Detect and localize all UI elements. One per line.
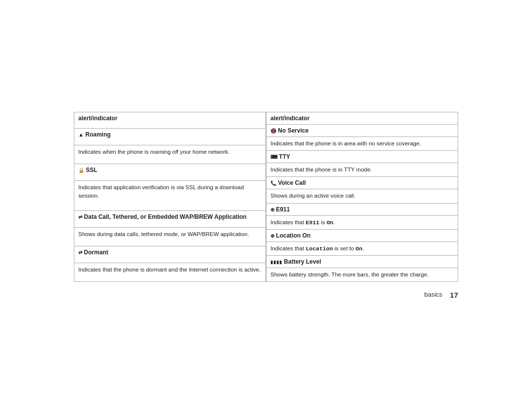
- tty-label: TTY: [279, 153, 290, 160]
- datacall-label: Data Call, Tethered, or Embedded WAP/BRE…: [84, 213, 246, 220]
- roaming-label: Roaming: [85, 131, 110, 138]
- location-icon: ⊕: [270, 233, 274, 239]
- datacall-header: ⇌ Data Call, Tethered, or Embedded WAP/B…: [74, 211, 266, 228]
- noservice-header: 📵 No Service: [266, 124, 458, 137]
- dormant-icon: ⇌: [78, 250, 82, 255]
- battery-header: ▮▮▮▮ Battery Level: [266, 256, 458, 268]
- e911-description: Indicates that E911 is On.: [266, 215, 458, 229]
- noservice-label: No Service: [278, 127, 308, 134]
- page-number: 17: [450, 291, 458, 299]
- right-indicator-table: alert/indicator 📵 No Service Indicates t…: [266, 112, 458, 282]
- e911-icon: ⊕: [270, 207, 274, 212]
- location-mono: Location: [306, 245, 333, 252]
- e911-mono: E911: [306, 219, 320, 226]
- noservice-icon: 📵: [270, 128, 276, 134]
- ssl-header: 🔒 SSL: [74, 164, 266, 181]
- dormant-label: Dormant: [84, 249, 108, 256]
- battery-icon: ▮▮▮▮: [270, 260, 282, 265]
- left-indicator-table: alert/indicator ▲ Roaming Indicates when…: [74, 112, 266, 282]
- dormant-header: ⇌ Dormant: [74, 246, 266, 263]
- right-table-header: alert/indicator: [266, 112, 458, 124]
- e911-label: E911: [276, 206, 290, 213]
- left-table-header: alert/indicator: [74, 112, 266, 129]
- page-content: alert/indicator ▲ Roaming Indicates when…: [74, 112, 458, 300]
- location-label: Location On: [276, 232, 310, 239]
- ssl-description: Indicates that application verification …: [74, 181, 266, 211]
- tty-icon: ⌨: [270, 154, 277, 160]
- datacall-description: Shows during data calls, tethered mode, …: [74, 228, 266, 246]
- roaming-description: Indicates when the phone is roaming off …: [74, 145, 266, 164]
- battery-label: Battery Level: [284, 258, 321, 265]
- ssl-icon: 🔒: [78, 168, 84, 173]
- roaming-icon: ▲: [78, 132, 84, 137]
- location-on: On: [356, 245, 363, 252]
- basics-label: basics: [424, 291, 442, 299]
- roaming-header: ▲ Roaming: [74, 129, 266, 145]
- voicecall-label: Voice Call: [278, 179, 305, 186]
- e911-header: ⊕ E911: [266, 203, 458, 215]
- datacall-icon: ⇌: [78, 214, 82, 220]
- page-footer: basics 17: [74, 291, 458, 299]
- noservice-description: Indicates that the phone is in area with…: [266, 137, 458, 150]
- tty-description: Indicates that the phone is in TTY mode.: [266, 163, 458, 177]
- ssl-label: SSL: [86, 167, 97, 173]
- tables-row: alert/indicator ▲ Roaming Indicates when…: [74, 112, 458, 282]
- voicecall-description: Shows during an active voice call.: [266, 189, 458, 203]
- dormant-description: Indicates that the phone is dormant and …: [74, 263, 266, 282]
- location-header: ⊕ Location On: [266, 229, 458, 241]
- location-description: Indicates that Location is set to On.: [266, 241, 458, 255]
- voicecall-header: 📞 Voice Call: [266, 177, 458, 189]
- voicecall-icon: 📞: [270, 180, 276, 186]
- battery-description: Shows battery strength. The more bars, t…: [266, 268, 458, 282]
- tty-header: ⌨ TTY: [266, 151, 458, 163]
- e911-on: On: [327, 219, 333, 226]
